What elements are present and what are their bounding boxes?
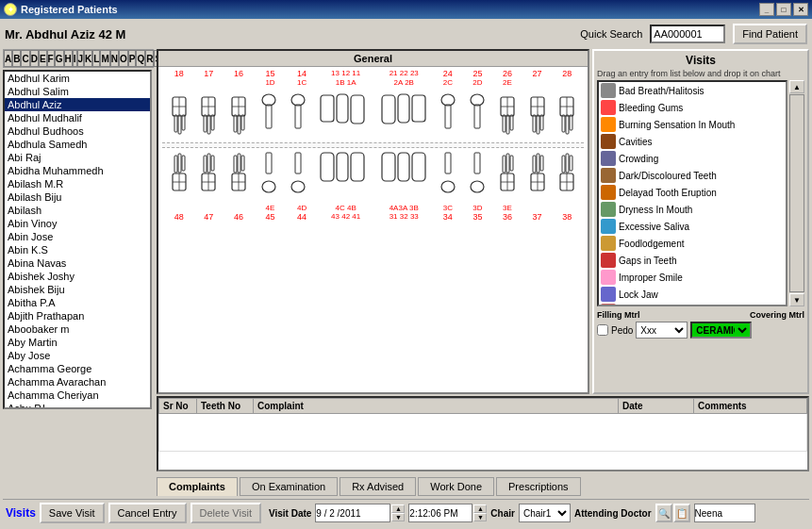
patient-item[interactable]: Achamma George: [5, 362, 150, 375]
visit-item-1[interactable]: Bleeding Gums: [599, 99, 786, 116]
patient-item[interactable]: Abjith Prathapan: [5, 309, 150, 322]
patient-item[interactable]: Abin Jose: [5, 230, 150, 243]
tooth-37[interactable]: [529, 151, 546, 198]
patient-item[interactable]: Achamma Cheriyan: [5, 388, 150, 402]
letter-btn-g[interactable]: G: [55, 50, 64, 67]
tooth-14[interactable]: [290, 92, 307, 140]
tab-prescriptions[interactable]: Prescriptions: [496, 477, 581, 496]
visit-item-3[interactable]: Cavities: [599, 133, 786, 150]
tooth-34[interactable]: [439, 151, 456, 198]
minimize-button[interactable]: _: [759, 3, 774, 16]
time-spinner-up[interactable]: ▲: [473, 504, 487, 513]
tooth-28[interactable]: [558, 92, 575, 140]
tooth-18[interactable]: [171, 92, 188, 140]
visit-item-13[interactable]: Missing Tooth: [599, 303, 786, 306]
find-patient-button[interactable]: Find Patient: [733, 24, 807, 44]
letter-btn-c[interactable]: C: [21, 50, 29, 67]
visit-item-0[interactable]: Bad Breath/Halitosis: [599, 82, 786, 99]
letter-btn-k[interactable]: K: [84, 50, 92, 67]
tooth-35[interactable]: [469, 151, 486, 198]
tooth-31-33[interactable]: [379, 151, 426, 198]
covering-material-select[interactable]: CERAMIC: [690, 322, 752, 339]
letter-btn-e[interactable]: E: [39, 50, 47, 67]
letter-btn-a[interactable]: A: [4, 50, 12, 67]
letter-btn-n[interactable]: N: [110, 50, 119, 67]
date-spinner-up[interactable]: ▲: [391, 504, 405, 513]
patient-item[interactable]: Aby Martin: [5, 336, 150, 349]
patient-item[interactable]: Achamma Avarachan: [5, 375, 150, 388]
visit-date-input[interactable]: [315, 504, 390, 522]
letter-btn-b[interactable]: B: [12, 50, 21, 67]
tooth-45[interactable]: [260, 151, 277, 198]
patient-item[interactable]: Abina Navas: [5, 256, 150, 270]
tooth-17[interactable]: [200, 92, 217, 140]
chair-select[interactable]: Chair1: [519, 504, 571, 522]
visit-item-4[interactable]: Crowding: [599, 150, 786, 167]
tooth-48[interactable]: [171, 151, 188, 198]
letter-btn-f[interactable]: F: [47, 50, 55, 67]
tooth-36[interactable]: [499, 151, 516, 198]
patient-item[interactable]: Abin Vinoy: [5, 217, 150, 230]
tooth-24[interactable]: [439, 92, 456, 140]
letter-btn-r[interactable]: R: [145, 50, 154, 67]
tab-work-done[interactable]: Work Done: [418, 477, 494, 496]
tooth-26[interactable]: [499, 92, 516, 140]
pedo-checkbox[interactable]: [597, 324, 608, 336]
visit-item-10[interactable]: Gaps in Teeth: [599, 252, 786, 269]
patient-item[interactable]: Abidha Muhammedh: [5, 164, 150, 177]
patient-item[interactable]: Abishek Biju: [5, 283, 150, 296]
doctor-input[interactable]: [694, 504, 755, 522]
tooth-15[interactable]: [260, 92, 277, 140]
letter-btn-m[interactable]: M: [100, 50, 109, 67]
visit-item-12[interactable]: Lock Jaw: [599, 286, 786, 303]
patient-item[interactable]: Abishek Joshy: [5, 270, 150, 283]
close-button[interactable]: ✕: [793, 3, 808, 16]
visit-item-7[interactable]: Dryness In Mouth: [599, 201, 786, 218]
visit-item-8[interactable]: Excessive Saliva: [599, 218, 786, 235]
time-spinner-down[interactable]: ▼: [473, 513, 487, 521]
patient-item[interactable]: Abitha P.A: [5, 296, 150, 309]
tooth-16[interactable]: [230, 92, 247, 140]
quick-search-input[interactable]: [650, 25, 725, 43]
visit-item-11[interactable]: Improper Smile: [599, 269, 786, 286]
letter-btn-h[interactable]: H: [64, 50, 73, 67]
tooth-38[interactable]: [558, 151, 575, 198]
patient-item[interactable]: Abdhul Budhoos: [5, 124, 150, 138]
cancel-entry-button[interactable]: Cancel Entry: [108, 503, 187, 523]
tooth-25[interactable]: [469, 92, 486, 140]
patient-item[interactable]: Achu P.L: [5, 402, 150, 409]
letter-btn-p[interactable]: P: [128, 50, 137, 67]
tooth-44[interactable]: [290, 151, 307, 198]
letter-btn-l[interactable]: L: [92, 50, 100, 67]
delete-visit-button[interactable]: Delete Visit: [191, 503, 261, 523]
patient-item[interactable]: Abdhul Salim: [5, 85, 150, 98]
patient-item[interactable]: Abilash: [5, 204, 150, 217]
letter-btn-j[interactable]: J: [77, 50, 85, 67]
letter-btn-d[interactable]: D: [30, 50, 39, 67]
visit-item-5[interactable]: Dark/Discoloured Teeth: [599, 167, 786, 184]
tooth-21-23[interactable]: [379, 92, 426, 140]
save-visit-button[interactable]: Save Visit: [40, 503, 105, 523]
patient-item[interactable]: Abilash Biju: [5, 190, 150, 204]
filling-material-select[interactable]: Xxx: [636, 322, 688, 339]
visits-list[interactable]: Bad Breath/Halitosis Bleeding Gums Burni…: [597, 80, 787, 306]
letter-btn-o[interactable]: O: [119, 50, 128, 67]
patient-item[interactable]: Abdhul Karim: [5, 72, 150, 85]
patient-item[interactable]: Abi Raj: [5, 151, 150, 164]
visit-item-2[interactable]: Burning Sensation In Mouth: [599, 116, 786, 133]
tooth-47[interactable]: [200, 151, 217, 198]
patient-list[interactable]: Abdhul KarimAbdhul SalimAbdhul AzizAbdhu…: [3, 70, 152, 409]
patient-item[interactable]: Abdhul Mudhalif: [5, 111, 150, 124]
scroll-down-btn[interactable]: ▼: [789, 293, 804, 306]
tab-complaints[interactable]: Complaints: [157, 477, 238, 496]
visit-item-9[interactable]: Foodlodgement: [599, 235, 786, 252]
tab-examination[interactable]: On Examination: [240, 477, 338, 496]
doctor-search-button[interactable]: 🔍: [655, 504, 672, 522]
patient-item[interactable]: Aboobaker m: [5, 322, 150, 336]
patient-item[interactable]: Abdhula Samedh: [5, 138, 150, 151]
visit-item-6[interactable]: Delayad Tooth Eruption: [599, 184, 786, 201]
visit-time-input[interactable]: [408, 504, 472, 522]
patient-item[interactable]: Aby Jose: [5, 349, 150, 362]
tooth-13-11[interactable]: [320, 92, 367, 140]
tab-rx-advised[interactable]: Rx Advised: [340, 477, 416, 496]
